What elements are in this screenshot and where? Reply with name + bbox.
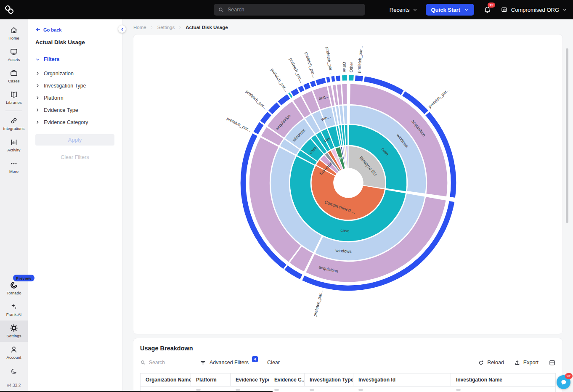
sidebar-item-account[interactable]: Account <box>0 342 28 363</box>
sunburst-chart: Binalyze EUCompromised ...SumoSecurityPa… <box>133 34 563 334</box>
sidebar-item-frank-ai[interactable]: Frank.AI <box>0 299 28 320</box>
main-content: Home Settings Actual Disk Usage Binalyze… <box>122 19 573 392</box>
clear-table-filters-button[interactable]: Clear <box>267 360 280 366</box>
app-logo-icon[interactable] <box>4 4 15 15</box>
chevron-right-icon <box>150 25 154 29</box>
filter-platform[interactable]: Platform <box>35 92 114 104</box>
column-header-organization-name[interactable]: Organization Name <box>141 373 191 386</box>
collapse-panel-button[interactable] <box>118 25 126 33</box>
column-header-investigation-id[interactable]: Investigation Id <box>353 373 451 386</box>
sunburst-segment[interactable] <box>315 77 326 86</box>
org-label: Compromised ORG <box>511 7 559 13</box>
sidebar-item-more[interactable]: More <box>0 156 28 177</box>
breadcrumb-settings[interactable]: Settings <box>157 25 175 30</box>
chevron-right-icon <box>178 25 182 29</box>
vertical-scrollbar[interactable] <box>566 48 568 223</box>
chat-bubble-icon <box>560 379 568 386</box>
page-title: Actual Disk Usage <box>35 39 114 45</box>
tornado-icon <box>10 281 18 289</box>
sunburst-outer-label: prefetch_par... <box>427 87 450 109</box>
clear-filters-button[interactable]: Clear Filters <box>35 154 114 160</box>
sidebar-item-cases[interactable]: Cases <box>0 66 28 87</box>
organization-icon <box>501 6 508 13</box>
search-icon <box>218 7 224 13</box>
sunburst-segment[interactable] <box>342 75 347 81</box>
reload-button[interactable]: Reload <box>478 360 504 366</box>
preview-badge: Preview <box>13 275 34 281</box>
dark-mode-toggle[interactable] <box>0 363 28 377</box>
breadcrumb-home[interactable]: Home <box>133 25 146 30</box>
sunburst-segment[interactable] <box>342 84 347 105</box>
sunburst-segment[interactable] <box>349 75 354 81</box>
sunburst-segment[interactable] <box>355 75 363 82</box>
quick-start-label: Quick Start <box>431 7 460 13</box>
table-search-input[interactable] <box>149 360 178 366</box>
filter-evidence-category[interactable]: Evidence Category <box>35 116 114 128</box>
sunburst-segment[interactable] <box>336 75 341 82</box>
usage-breakdown-card: Usage Breakdown Advanced Filters 4 Clear… <box>133 338 563 392</box>
support-chat-button[interactable]: 9+ <box>557 375 570 389</box>
sunburst-segment[interactable] <box>331 76 336 82</box>
sidebar-item-activity[interactable]: Activity <box>0 135 28 156</box>
sunburst-outer-label: prefetch_par... <box>245 89 268 110</box>
sunburst-outer-label: prefetch_par... <box>325 47 334 74</box>
org-selector[interactable]: Compromised ORG <box>501 6 567 13</box>
breadcrumb: Home Settings Actual Disk Usage <box>122 19 573 34</box>
chat-unread-badge: 9+ <box>565 373 573 379</box>
filters-count-badge: 4 <box>252 356 258 362</box>
chevron-down-icon <box>464 8 469 12</box>
sunburst-segment[interactable] <box>310 80 316 87</box>
topbar: Recents Quick Start 12 Compromised ORG <box>0 0 573 19</box>
filter-organization[interactable]: Organization <box>35 67 114 79</box>
chevron-right-icon <box>35 108 40 112</box>
sidebar-item-assets[interactable]: Assets <box>0 44 28 66</box>
sidebar-item-home[interactable]: Home <box>0 23 28 44</box>
filter-evidence-type[interactable]: Evidence Type <box>35 104 114 116</box>
column-header-evidence-type[interactable]: Evidence Type <box>231 373 269 386</box>
home-icon <box>10 26 18 34</box>
quick-start-button[interactable]: Quick Start <box>426 4 474 16</box>
user-icon <box>10 345 18 354</box>
advanced-filters-button[interactable]: Advanced Filters 4 <box>200 360 258 366</box>
sunburst-outer-label: prefetch_par... <box>304 51 317 78</box>
columns-icon <box>549 359 556 366</box>
sidebar-item-integrations[interactable]: Integrations <box>0 113 28 135</box>
recents-menu[interactable]: Recents <box>390 7 417 13</box>
chevron-right-icon <box>35 71 40 76</box>
column-settings-button[interactable] <box>549 359 556 366</box>
disk-usage-sunburst-card: Binalyze EUCompromised ...SumoSecurityPa… <box>133 34 563 334</box>
sidebar-item-settings[interactable]: Settings <box>0 320 28 342</box>
link-icon <box>10 117 18 125</box>
table-header-row: Organization Name Platform Evidence Type… <box>141 373 555 387</box>
table-search <box>140 360 186 366</box>
export-button[interactable]: Export <box>514 360 539 366</box>
chevron-down-icon <box>35 57 40 62</box>
usage-table: Organization Name Platform Evidence Type… <box>140 373 556 392</box>
chevron-left-icon <box>120 27 124 31</box>
notification-badge: 12 <box>488 3 495 8</box>
sunburst-outer-label: prefetch_par... <box>226 116 252 133</box>
filter-investigation-type[interactable]: Investigation Type <box>35 79 114 92</box>
filters-section-toggle[interactable]: Filters <box>35 56 114 62</box>
sidebar-item-libraries[interactable]: Libraries <box>0 87 28 109</box>
breadcrumb-current: Actual Disk Usage <box>186 25 228 30</box>
app-version: v4.33.2 <box>0 377 28 392</box>
reload-icon <box>478 360 484 366</box>
sparkles-icon <box>10 302 18 311</box>
column-header-evidence-category[interactable]: Evidence C... <box>269 373 305 386</box>
column-header-investigation-name[interactable]: Investigation Name <box>451 373 555 386</box>
activity-chart-icon <box>10 138 18 146</box>
search-input[interactable] <box>228 7 361 13</box>
column-header-platform[interactable]: Platform <box>191 373 231 386</box>
sunburst-segment[interactable] <box>326 77 331 83</box>
usage-breakdown-title: Usage Breakdown <box>140 345 556 352</box>
notifications-button[interactable]: 12 <box>483 6 491 14</box>
apply-button[interactable]: Apply <box>35 134 114 146</box>
sunburst-segment-label: case <box>340 228 350 233</box>
rail-divider <box>5 111 22 111</box>
sidebar-item-tornado[interactable]: Preview Tornado <box>0 278 28 299</box>
sunburst-outer-label: prefetch_par... <box>270 67 289 92</box>
chevron-right-icon <box>35 95 40 100</box>
go-back-link[interactable]: Go back <box>35 27 114 32</box>
column-header-investigation-type[interactable]: Investigation Type <box>305 373 353 386</box>
